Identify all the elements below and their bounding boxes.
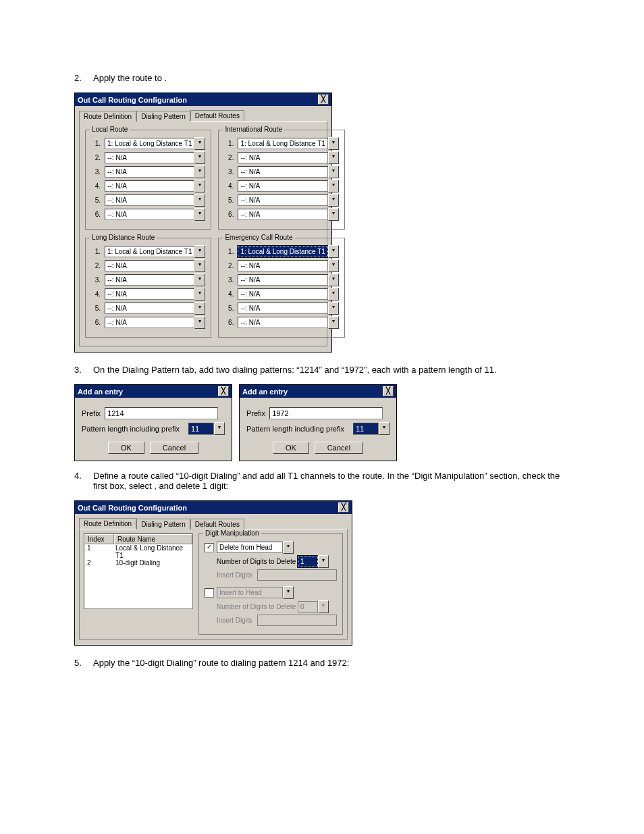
tab-dialing-pattern[interactable]: Dialing Pattern: [136, 111, 190, 122]
tab-default-routes[interactable]: Default Routes: [190, 110, 244, 121]
chevron-down-icon[interactable]: ▾: [328, 259, 339, 272]
num-digits-delete-label: Number of Digits to Delete: [217, 558, 298, 565]
document-page: 2. Apply the route to . Out Call Routing…: [0, 0, 644, 718]
chevron-down-icon[interactable]: ▾: [194, 151, 205, 164]
group-label: International Route: [223, 126, 284, 133]
route-select-6[interactable]: --: N/A: [105, 209, 194, 220]
route-select-1[interactable]: 1: Local & Long Distance T1: [105, 138, 194, 149]
chevron-down-icon[interactable]: ▾: [328, 316, 339, 329]
route-select-1-selected[interactable]: 1: Local & Long Distance T1: [238, 246, 327, 257]
chevron-down-icon[interactable]: ▾: [328, 302, 339, 315]
titlebar: Add an entry ╳: [240, 385, 396, 398]
chevron-down-icon[interactable]: ▾: [194, 208, 205, 221]
chevron-down-icon[interactable]: ▾: [194, 288, 205, 301]
route-select-6[interactable]: --: N/A: [238, 317, 327, 328]
close-icon[interactable]: ╳: [218, 386, 229, 396]
prefix-input[interactable]: 1214: [105, 407, 218, 419]
chevron-down-icon[interactable]: ▾: [194, 302, 205, 315]
chevron-down-icon: ▾: [283, 586, 294, 599]
route-select-4[interactable]: --: N/A: [238, 288, 327, 300]
insert-to-head-checkbox[interactable]: [205, 588, 214, 598]
group-digit-manipulation: Digit Manipulation ✓ Delete from Head ▾ …: [198, 533, 343, 635]
prefix-input[interactable]: 1972: [269, 407, 383, 419]
chevron-down-icon[interactable]: ▾: [194, 245, 205, 258]
chevron-down-icon[interactable]: ▾: [194, 165, 205, 178]
chevron-down-icon[interactable]: ▾: [328, 288, 339, 301]
route-select-3[interactable]: --: N/A: [238, 274, 327, 286]
chevron-down-icon[interactable]: ▾: [194, 194, 205, 207]
add-entry-dialog-1972: Add an entry ╳ Prefix 1972 Pattern lengt…: [239, 384, 397, 461]
route-select-4[interactable]: --: N/A: [105, 288, 194, 300]
chevron-down-icon[interactable]: ▾: [194, 259, 205, 272]
chevron-down-icon[interactable]: ▾: [194, 180, 205, 192]
num-digits-delete-input-2: 0: [298, 601, 318, 613]
pattern-length-input[interactable]: 11: [353, 423, 379, 435]
tab-default-routes[interactable]: Default Routes: [190, 519, 244, 529]
route-list[interactable]: Index Route Name 1 Local & Long Distance…: [84, 533, 193, 609]
route-select-5[interactable]: --: N/A: [105, 303, 194, 314]
add-entry-dialog-1214: Add an entry ╳ Prefix 1214 Pattern lengt…: [74, 384, 232, 461]
route-select-2[interactable]: --: N/A: [105, 152, 194, 163]
route-select-3[interactable]: --: N/A: [105, 166, 194, 178]
cancel-button[interactable]: Cancel: [150, 442, 198, 454]
chevron-down-icon[interactable]: ▾: [328, 180, 339, 192]
route-select-5[interactable]: --: N/A: [238, 194, 327, 206]
route-select-3[interactable]: --: N/A: [105, 274, 194, 286]
tabpane-default-routes: Local Route 1.1: Local & Long Distance T…: [79, 121, 327, 346]
ok-button[interactable]: OK: [108, 442, 144, 454]
group-label: Emergency Call Route: [223, 234, 294, 241]
pattern-length-input[interactable]: 11: [188, 423, 214, 435]
step-4: 4. Define a route called “10-digit Diali…: [74, 471, 570, 491]
close-icon[interactable]: ╳: [318, 95, 329, 105]
list-header: Index Route Name: [84, 534, 192, 544]
route-select-6[interactable]: --: N/A: [238, 209, 327, 220]
chevron-down-icon[interactable]: ▾: [328, 208, 339, 221]
chevron-down-icon[interactable]: ▾: [379, 422, 390, 435]
close-icon[interactable]: ╳: [338, 502, 349, 513]
route-select-4[interactable]: --: N/A: [238, 180, 327, 192]
chevron-down-icon[interactable]: ▾: [214, 422, 225, 435]
pattern-length-label: Pattern length including prefix: [246, 425, 349, 433]
chevron-down-icon[interactable]: ▾: [328, 137, 339, 150]
route-select-3[interactable]: --: N/A: [238, 166, 327, 178]
tab-route-definition[interactable]: Route Definition: [79, 518, 136, 529]
col-header-index: Index: [84, 534, 114, 544]
list-row[interactable]: 1 Local & Long Distance T1: [84, 544, 192, 559]
window-title: Out Call Routing Configuration: [78, 504, 187, 512]
chevron-down-icon[interactable]: ▾: [328, 245, 339, 258]
step-number: 3.: [74, 365, 93, 375]
chevron-down-icon[interactable]: ▾: [194, 273, 205, 286]
ok-button[interactable]: OK: [273, 442, 309, 454]
chevron-down-icon[interactable]: ▾: [194, 316, 205, 329]
num-digits-delete-input[interactable]: 1: [298, 556, 318, 567]
route-select-5[interactable]: --: N/A: [238, 303, 327, 314]
route-select-1[interactable]: 1: Local & Long Distance T1: [105, 246, 194, 257]
route-select-2[interactable]: --: N/A: [105, 260, 194, 271]
tab-dialing-pattern[interactable]: Dialing Pattern: [136, 519, 190, 529]
tab-route-definition[interactable]: Route Definition: [79, 111, 136, 122]
chevron-down-icon[interactable]: ▾: [328, 165, 339, 178]
delete-from-select[interactable]: Delete from Head: [217, 542, 283, 553]
list-row[interactable]: 2 10-digit Dialing: [84, 559, 192, 567]
delete-from-head-checkbox[interactable]: ✓: [205, 543, 214, 552]
chevron-down-icon[interactable]: ▾: [318, 555, 329, 568]
route-select-2[interactable]: --: N/A: [238, 260, 327, 271]
close-icon[interactable]: ╳: [383, 386, 394, 396]
add-entry-dialogs: Add an entry ╳ Prefix 1214 Pattern lengt…: [74, 384, 570, 461]
chevron-down-icon[interactable]: ▾: [328, 151, 339, 164]
route-select-6[interactable]: --: N/A: [105, 317, 194, 328]
chevron-down-icon[interactable]: ▾: [328, 194, 339, 207]
route-select-5[interactable]: --: N/A: [105, 194, 194, 206]
window-title: Out Call Routing Configuration: [78, 96, 187, 104]
chevron-down-icon[interactable]: ▾: [194, 137, 205, 150]
group-label: Digit Manipulation: [203, 529, 261, 537]
step-text: Apply the “10-digit Dialing” route to di…: [93, 658, 570, 668]
cancel-button[interactable]: Cancel: [315, 442, 363, 454]
chevron-down-icon[interactable]: ▾: [283, 541, 294, 554]
route-select-2[interactable]: --: N/A: [238, 152, 327, 163]
route-select-4[interactable]: --: N/A: [105, 180, 194, 192]
insert-to-select: Insert to Head: [217, 587, 283, 598]
chevron-down-icon[interactable]: ▾: [328, 273, 339, 286]
route-select-1[interactable]: 1: Local & Long Distance T1: [238, 138, 327, 149]
pattern-length-label: Pattern length including prefix: [82, 425, 184, 433]
